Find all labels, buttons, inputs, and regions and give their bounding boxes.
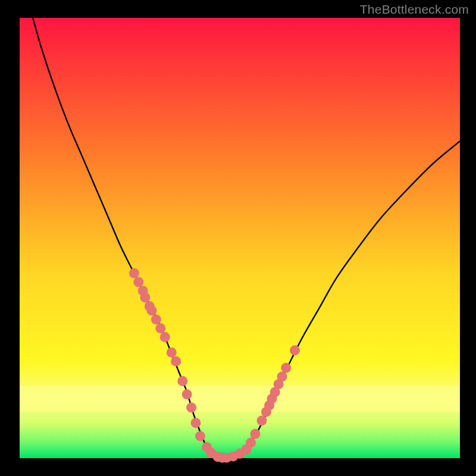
watermark-text: TheBottleneck.com [360,2,469,17]
highlight-dot [155,323,165,333]
highlight-dot [171,356,181,367]
highlight-dot [147,306,157,316]
highlight-dot [290,345,300,355]
highlight-dot [281,363,291,373]
highlight-dot [195,431,205,441]
bottleneck-chart [0,0,476,476]
highlight-dot [133,277,143,287]
highlight-dot [182,389,192,399]
highlight-dot [167,347,177,358]
highlight-dot [140,292,150,302]
highlight-dot [186,402,196,412]
highlight-dot [191,418,201,428]
highlight-dot [151,314,161,324]
near-optimal-band [20,386,460,412]
highlight-dot [257,416,267,426]
highlight-dot [129,268,139,278]
highlight-dot [246,438,256,448]
highlight-dot [177,376,187,386]
highlight-dot [277,372,287,382]
highlight-dot [250,429,260,439]
chart-frame: TheBottleneck.com [0,0,476,476]
highlight-dot [160,332,170,342]
